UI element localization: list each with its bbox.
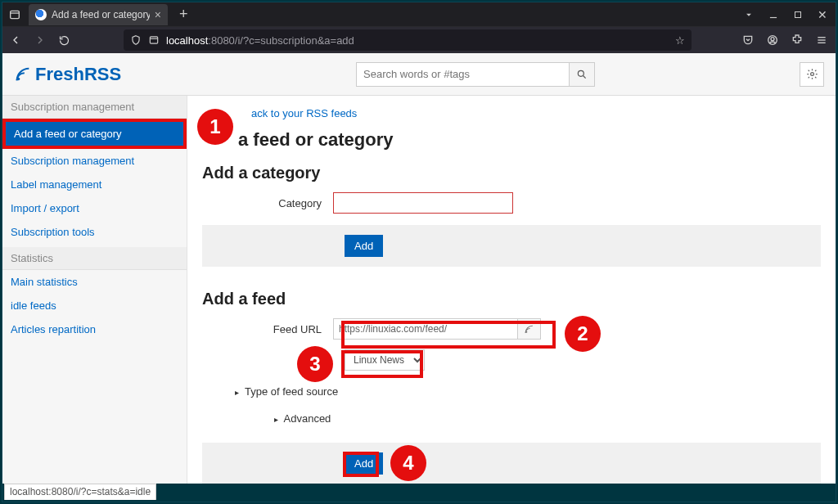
app-name: FreshRSS (35, 64, 121, 85)
expander-feed-type[interactable]: ▸ Type of feed source (202, 385, 821, 398)
pocket-icon[interactable] (741, 34, 755, 47)
svg-point-12 (578, 70, 583, 76)
svg-point-11 (17, 77, 20, 80)
feed-url-label: Feed URL (202, 323, 333, 335)
search-input[interactable] (356, 62, 569, 87)
svg-point-7 (771, 38, 774, 41)
category-input[interactable] (333, 192, 513, 214)
close-tab-icon[interactable]: × (155, 8, 161, 21)
tab-title: Add a feed or category (52, 9, 150, 20)
svg-point-15 (525, 331, 527, 332)
extensions-icon[interactable] (790, 34, 804, 47)
sidebar-item-import-export[interactable]: Import / export (2, 196, 187, 220)
svg-rect-3 (795, 11, 801, 17)
tabs-dropdown-icon[interactable] (741, 9, 757, 20)
window-minimize-icon[interactable] (765, 9, 782, 20)
address-bar[interactable]: localhost:8080/i/?c=subscription&a=add ☆ (124, 29, 692, 51)
back-icon[interactable] (9, 34, 25, 47)
expander-advanced[interactable]: ▸ Advanced (202, 412, 821, 425)
freshrss-logo[interactable]: FreshRSS (14, 64, 121, 85)
add-feed-button[interactable]: Add (345, 452, 383, 475)
sidebar-item-sub-tools[interactable]: Subscription tools (2, 220, 187, 244)
category-label: Category (202, 197, 333, 209)
browser-toolbar: localhost:8080/i/?c=subscription&a=add ☆ (2, 27, 836, 53)
sidebar-item-sub-manage[interactable]: Subscription management (2, 149, 187, 173)
container-tab-icon[interactable] (7, 7, 22, 22)
window-titlebar: Add a feed or category × + ✕ (2, 2, 836, 27)
svg-rect-0 (11, 11, 20, 18)
feed-category-select[interactable]: Linux News (345, 349, 425, 371)
sidebar-item-main-stats[interactable]: Main statistics (2, 270, 187, 294)
url-path: :8080/i/?c=subscription&a=add (208, 34, 354, 47)
sidebar: Subscription management Add a feed or ca… (2, 96, 187, 484)
svg-rect-4 (150, 37, 157, 43)
back-link[interactable]: ack to your RSS feeds (251, 107, 357, 119)
svg-line-13 (583, 75, 586, 78)
sidebar-group-statistics: Statistics (2, 247, 187, 270)
app-header: FreshRSS (2, 53, 836, 96)
app-menu-icon[interactable] (814, 34, 829, 47)
shield-icon[interactable] (130, 34, 142, 46)
site-info-icon[interactable] (148, 34, 160, 46)
account-icon[interactable] (765, 34, 780, 47)
sidebar-item-add-feed[interactable]: Add a feed or category (2, 119, 187, 149)
sidebar-item-idle-feeds[interactable]: idle feeds (2, 294, 187, 317)
add-category-button[interactable]: Add (345, 235, 383, 257)
window-close-icon[interactable]: ✕ (814, 8, 831, 21)
window-maximize-icon[interactable] (790, 10, 806, 20)
section-add-category: Add a category (202, 164, 821, 182)
main-area: ack to your RSS feeds a feed or category… (187, 96, 836, 484)
search-button[interactable] (569, 62, 595, 87)
sidebar-item-repartition[interactable]: Articles repartition (2, 317, 187, 341)
page-title: a feed or category (238, 129, 821, 151)
tab-favicon (35, 9, 47, 20)
url-host: localhost (166, 34, 208, 47)
status-bar: localhost:8080/i/?c=stats&a=idle (4, 484, 156, 500)
svg-point-14 (810, 73, 813, 76)
browser-tab[interactable]: Add a feed or category × (29, 4, 168, 25)
reload-icon[interactable] (58, 34, 74, 47)
triangle-right-icon: ▸ (274, 415, 278, 424)
feed-url-input[interactable] (333, 318, 518, 340)
triangle-right-icon: ▸ (235, 388, 239, 397)
section-add-feed: Add a feed (202, 290, 821, 308)
sidebar-item-label-manage[interactable]: Label management (2, 173, 187, 196)
bookmark-star-icon[interactable]: ☆ (675, 34, 685, 47)
rss-detect-icon[interactable] (518, 318, 541, 340)
new-tab-button[interactable]: + (174, 6, 193, 23)
forward-icon[interactable] (34, 34, 50, 47)
settings-button[interactable] (800, 62, 824, 87)
sidebar-group-subscription: Subscription management (2, 96, 187, 119)
page-content: FreshRSS Subscription management Add a f… (2, 53, 836, 484)
